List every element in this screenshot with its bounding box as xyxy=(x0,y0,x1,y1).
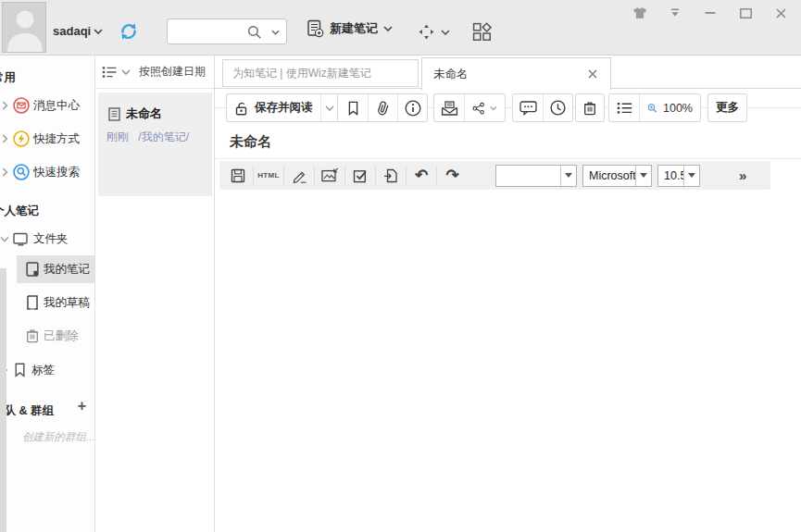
minimize-icon xyxy=(705,8,716,18)
tab-bar: 为知笔记 | 使用Wiz新建笔记 未命名 xyxy=(215,56,801,89)
sort-order-button[interactable]: 按照创建日期 xyxy=(139,64,206,80)
tab-welcome[interactable]: 为知笔记 | 使用Wiz新建笔记 xyxy=(222,59,419,87)
comments-button[interactable] xyxy=(513,94,543,121)
folders-icon xyxy=(13,232,29,246)
shortcut-icon xyxy=(13,130,30,147)
note-list-panel: 按照创建日期 未命名 刚刚 /我的笔记/ xyxy=(95,56,215,532)
attachment-button[interactable] xyxy=(368,94,397,121)
send-email-button[interactable] xyxy=(434,94,464,121)
bookmark-icon xyxy=(347,101,359,116)
tab-untitled[interactable]: 未命名 xyxy=(421,57,611,90)
chevron-down-icon xyxy=(441,30,450,35)
delete-note-button[interactable] xyxy=(576,94,604,121)
sidebar-item-label: 已删除 xyxy=(44,328,79,344)
chevron-down-icon xyxy=(94,29,103,34)
view-layout-button[interactable] xyxy=(472,22,492,42)
editor-save-button[interactable] xyxy=(223,166,254,186)
note-list-item[interactable]: 未命名 刚刚 /我的笔记/ xyxy=(98,93,212,196)
more-button[interactable]: 更多 xyxy=(708,94,746,121)
toolbar-expand-button[interactable]: » xyxy=(739,167,746,183)
maximize-button[interactable] xyxy=(738,6,753,20)
editor-insert-template-button[interactable] xyxy=(376,166,407,186)
chevron-down-icon xyxy=(490,105,497,111)
sidebar-item-tags[interactable]: 标签 xyxy=(0,359,94,381)
search-icon xyxy=(247,25,262,40)
font-size-value: 10.5 xyxy=(658,169,683,182)
comment-icon xyxy=(519,101,537,116)
tab-close-button[interactable] xyxy=(586,68,599,80)
search-box xyxy=(167,19,287,44)
create-group-link[interactable]: 创建新的群组... xyxy=(22,430,95,444)
tab-label: 为知笔记 | 使用Wiz新建笔记 xyxy=(232,66,408,81)
sidebar-item-shortcuts[interactable]: 快捷方式 xyxy=(0,128,94,150)
quick-search-icon xyxy=(13,164,30,180)
account-menu-button[interactable] xyxy=(94,29,103,34)
chevron-right-icon xyxy=(2,167,8,177)
history-button[interactable] xyxy=(543,94,572,121)
paragraph-style-select[interactable] xyxy=(495,165,577,187)
sidebar-item-deleted[interactable]: 已删除 xyxy=(0,325,94,347)
sync-button[interactable] xyxy=(119,21,139,42)
note-item-title: 未命名 xyxy=(126,105,162,122)
share-button[interactable] xyxy=(464,94,505,121)
my-notes-icon xyxy=(26,262,39,277)
theme-button[interactable] xyxy=(632,6,647,20)
close-icon xyxy=(588,69,597,79)
floppy-save-icon xyxy=(231,168,245,183)
note-info-button[interactable] xyxy=(397,94,427,121)
left-edge-strip xyxy=(0,268,6,532)
sidebar-item-label: 快捷方式 xyxy=(33,131,80,147)
chevron-down-icon xyxy=(325,105,334,111)
editor-checklist-button[interactable] xyxy=(345,166,376,186)
note-item-folder: /我的笔记/ xyxy=(138,130,189,143)
font-family-value: Microsoft xyxy=(583,169,635,182)
sidebar-item-my-notes[interactable]: 我的笔记 xyxy=(0,258,94,280)
avatar[interactable] xyxy=(2,2,46,53)
sidebar-item-folders[interactable]: 文件夹 xyxy=(0,228,94,250)
zoom-button[interactable]: 100% xyxy=(639,94,700,121)
minimize-button[interactable] xyxy=(703,6,718,20)
section-label: 团队 & 群组 xyxy=(0,403,54,419)
person-icon xyxy=(3,3,46,53)
editor-html-button[interactable]: HTML xyxy=(254,166,284,186)
close-button[interactable] xyxy=(773,6,788,20)
document-import-icon xyxy=(383,168,398,183)
sidebar-item-quick-search[interactable]: 快速搜索 xyxy=(0,161,94,183)
username-label[interactable]: sadaqi xyxy=(53,24,91,38)
topbar: sadaqi xyxy=(0,0,801,56)
my-drafts-icon xyxy=(26,295,39,310)
sidebar-item-label: 我的草稿 xyxy=(44,295,90,311)
section-label: 常用 xyxy=(0,70,16,86)
new-note-label: 新建笔记 xyxy=(330,20,378,37)
editor-redo-button[interactable]: ↷ xyxy=(437,166,468,186)
editor-handwrite-button[interactable] xyxy=(284,166,315,186)
search-options-button[interactable] xyxy=(271,30,280,35)
font-size-select[interactable]: 10.5 xyxy=(657,165,700,187)
layout-move-button[interactable] xyxy=(419,24,450,40)
shirt-icon xyxy=(632,6,647,19)
note-icon xyxy=(108,107,120,121)
note-title-input[interactable]: 未命名 xyxy=(230,133,271,151)
outline-button[interactable] xyxy=(609,94,639,121)
font-family-select[interactable]: Microsoft xyxy=(582,165,652,187)
save-options-button[interactable] xyxy=(320,94,338,121)
more-label: 更多 xyxy=(716,100,739,116)
new-note-button[interactable]: 新建笔记 xyxy=(306,19,393,38)
add-group-button[interactable]: + xyxy=(78,398,86,414)
editor-undo-button[interactable]: ↶ xyxy=(407,166,437,186)
editor-insert-image-button[interactable] xyxy=(315,166,345,186)
search-button[interactable] xyxy=(247,25,262,40)
note-item-time: 刚刚 xyxy=(106,130,129,143)
maximize-icon xyxy=(740,8,752,19)
wiznote-window: sadaqi xyxy=(0,0,801,532)
dropdown-arrow-icon xyxy=(683,166,699,186)
search-input[interactable] xyxy=(173,22,255,41)
bookmark-button[interactable] xyxy=(338,94,368,121)
sidebar-item-my-drafts[interactable]: 我的草稿 xyxy=(0,291,94,314)
chevron-right-icon xyxy=(2,101,8,110)
collapse-toolbar-button[interactable] xyxy=(668,6,682,20)
save-and-read-button[interactable]: 保存并阅读 xyxy=(227,94,320,121)
new-note-icon xyxy=(306,19,324,38)
editor-content[interactable] xyxy=(215,192,801,532)
sidebar-item-message-center[interactable]: 消息中心 xyxy=(0,94,94,117)
